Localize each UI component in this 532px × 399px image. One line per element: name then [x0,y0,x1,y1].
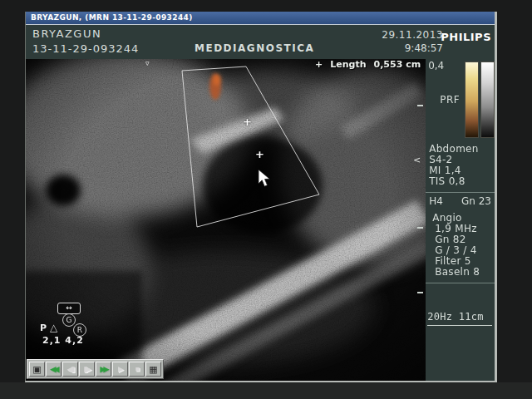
focus-marker-icon: < [413,155,421,165]
window-title: BRYAZGUN, (MRN 13-11-29-093244) [31,13,193,22]
rate-depth-underline [427,325,492,326]
doppler-flow-blob [209,73,221,100]
exam-time: 9:48:57 [405,42,443,54]
measurement-label: Length [330,59,366,70]
frequency-value: 1,9 MHz [435,223,477,234]
window-title-bar[interactable]: BRYAZGUN, (MRN 13-11-29-093244) [26,12,495,25]
save-image-button[interactable]: ▣ [29,362,45,377]
ultrasound-image[interactable]: + Length 0,553 cm ▿ + + < ↔ G P △ R 2,1 … [26,59,426,381]
color-scale-value: 0,4 [428,60,444,71]
depth-tick [417,292,423,293]
patient-name: BRYAZGUN [32,27,101,40]
header: BRYAZGUN 13-11-29-093244 MEDDIAGNOSTICA … [26,25,495,59]
cine-toolbar: ▣ ◀◀ ◀▮ ▮▶ ▶▶ ▶ ■ ▦ [27,359,164,379]
settings-sidebar: 0,4 PRF Abdomen S4-2 MI 1,4 TIS 0,8 H4 G… [426,59,495,381]
doppler-color-bar [465,62,479,138]
triangle-badge-icon: △ [50,322,57,333]
transducer-label: S4-2 [429,154,452,165]
caliper-point-2: + [255,148,264,160]
fast-forward-button[interactable]: ▶▶ [96,362,111,377]
rate-depth-row: 20Hz 11cm [427,311,484,323]
filter-value: Filter 5 [435,255,471,267]
app-window: BRYAZGUN, (MRN 13-11-29-093244) BRYAZGUN… [25,12,497,382]
facility-name: MEDDIAGNOSTICA [195,42,314,54]
baseline-value: Baseln 8 [435,266,480,278]
depth-tick [417,105,423,106]
tis-value: TIS 0,8 [429,175,466,187]
caliper-marker-icon: + [315,59,323,70]
grayscale-bar [480,62,495,138]
screen: BRYAZGUN, (MRN 13-11-29-093244) BRYAZGUN… [0,0,532,399]
patient-id: 13-11-29-093244 [32,42,139,55]
freeze-indicator-icon: ↔ [57,303,81,314]
grid-view-button[interactable]: ▦ [145,362,161,377]
step-back-button[interactable]: ◀▮ [62,362,78,377]
harmonic-value: H4 [429,195,443,207]
g-badge: G [62,313,76,327]
depth-value: 11cm [459,311,484,323]
philips-logo: PHILIPS [441,31,491,43]
harmonic-gain-row: H4 Gn 23 [429,195,491,207]
measurement-readout: + Length 0,553 cm [315,59,421,70]
g-setting-value: G / 3 / 4 [435,244,477,256]
stop-button[interactable]: ■ [129,362,145,377]
caliper-point-1: + [243,116,252,128]
sidebar-divider [426,192,495,193]
orientation-marker-icon: ▿ [145,59,150,67]
exam-date: 29.11.2013 [382,29,443,41]
depth-tick [417,227,423,229]
gain-color-value: Gn 82 [435,234,466,245]
power-label: P [40,323,47,333]
sidebar-divider [426,283,495,283]
mode-label: Angio [432,212,462,224]
play-button[interactable]: ▶ [112,362,128,377]
frame-rate-value: 20Hz [427,311,452,323]
prf-label: PRF [440,94,460,106]
preset-label: Abdomen [429,143,479,155]
gain-2d-value: Gn 23 [461,195,491,207]
step-forward-button[interactable]: ▮▶ [79,362,95,377]
power-values: 2,1 4,2 [42,335,84,346]
rewind-button[interactable]: ◀◀ [46,362,62,377]
measurement-value: 0,553 cm [374,59,421,70]
main-content: + Length 0,553 cm ▿ + + < ↔ G P △ R 2,1 … [26,59,495,381]
mi-value: MI 1,4 [429,165,461,176]
